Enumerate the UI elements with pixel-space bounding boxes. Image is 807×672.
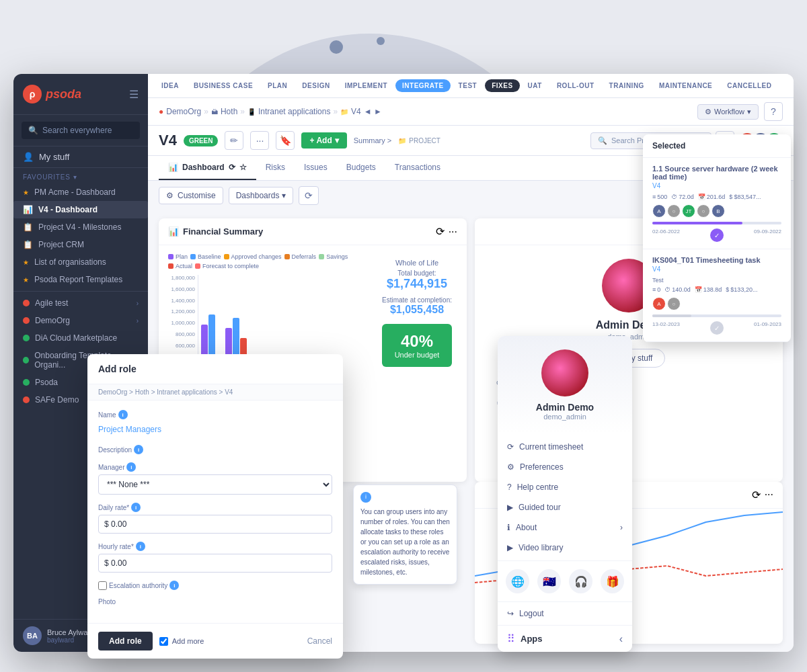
dashboards-button[interactable]: Dashboards ▾ — [229, 187, 294, 204]
tab-dashboard[interactable]: 📊 Dashboard ⟳ ☆ — [159, 156, 256, 180]
clock-icon: ⏱ — [671, 194, 677, 200]
sidebar-item-demoorg[interactable]: DemoOrg › — [13, 312, 148, 329]
add-more-checkbox[interactable] — [159, 637, 168, 646]
logout-icon: ↪ — [507, 609, 514, 618]
sidebar-item-pm-acme[interactable]: ★ PM Acme - Dashboard — [13, 183, 148, 201]
logout-item[interactable]: ↪ Logout — [498, 601, 632, 625]
flag-icon-btn[interactable]: 🇦🇺 — [537, 569, 561, 593]
chevron-down-icon: ▾ — [282, 191, 286, 200]
help-button[interactable]: ? — [764, 102, 783, 121]
tab-risks[interactable]: Risks — [256, 156, 295, 180]
phase-integrate[interactable]: INTEGRATE — [395, 79, 451, 92]
apps-section[interactable]: ⠿ Apps ‹ — [498, 625, 632, 652]
sidebar-item-report-templates[interactable]: ★ Psoda Report Templates — [13, 271, 148, 288]
phase-cancelled[interactable]: CANCELLED — [720, 79, 778, 92]
phase-plan[interactable]: PLAN — [261, 79, 294, 92]
mini-avatar-4: ○ — [697, 204, 710, 218]
sidebar-item-organisations[interactable]: ★ List of organisations — [13, 253, 148, 271]
tab-issues[interactable]: Issues — [295, 156, 337, 180]
sidebar-nav-items: ★ PM Acme - Dashboard 📊 V4 - Dashboard 📋… — [13, 183, 148, 288]
sidebar-item-project-v4[interactable]: 📋 Project V4 - Milestones — [13, 218, 148, 236]
workflow-button[interactable]: ⚙ Workflow ▾ — [697, 104, 759, 120]
org-dot — [23, 396, 30, 403]
summary-link[interactable]: Summary > — [354, 136, 392, 144]
headphone-icon-btn[interactable]: 🎧 — [569, 569, 592, 593]
org-dot — [23, 357, 29, 364]
phase-test[interactable]: TEST — [452, 79, 484, 92]
daily-rate-input[interactable] — [98, 515, 332, 534]
selected-item-tag-2: V4 — [652, 265, 781, 273]
menu-about[interactable]: ℹ About › — [498, 517, 632, 538]
search-icon: 🔍 — [598, 136, 607, 145]
menu-video-library[interactable]: ▶ Video library — [498, 538, 632, 558]
search-everywhere[interactable]: 🔍 Search everywhere — [22, 122, 140, 139]
gift-icon-btn[interactable]: 🎁 — [601, 569, 624, 593]
manager-select[interactable]: *** None *** — [98, 474, 332, 495]
chevron-right-icon: ‹ — [619, 633, 623, 645]
customise-button[interactable]: ⚙ Customise — [159, 187, 223, 204]
more-icon[interactable]: ··· — [765, 489, 773, 501]
phase-business-case[interactable]: BUSINESS CASE — [187, 79, 260, 92]
sidebar-item-v4-dashboard[interactable]: 📊 V4 - Dashboard — [13, 201, 148, 218]
apps-label: Apps — [521, 634, 543, 644]
total-budget-label: Total budget: — [382, 269, 452, 277]
sync-icon[interactable]: ⟳ — [752, 489, 761, 501]
sidebar-item-label: Project V4 - Milestones — [38, 222, 121, 232]
info-icon: i — [360, 492, 371, 503]
clock-icon: ⏱ — [664, 286, 670, 293]
checkmark-2: ✓ — [710, 321, 724, 335]
menu-help-centre[interactable]: ? Help centre — [498, 477, 632, 497]
total-budget-value: $1,744,915 — [382, 277, 452, 291]
menu-current-timesheet[interactable]: ⟳ Current timesheet — [498, 437, 632, 457]
breadcrumb-demoorg[interactable]: DemoOrg — [166, 107, 201, 116]
add-role-submit-button[interactable]: Add role — [98, 632, 153, 650]
modal-breadcrumb: DemoOrg > Hoth > Intranet applications >… — [87, 384, 343, 401]
cancel-button[interactable]: Cancel — [307, 636, 332, 646]
tab-budgets[interactable]: Budgets — [337, 156, 385, 180]
org-icon: ● — [159, 107, 163, 116]
mini-avatar-1: A — [652, 204, 666, 218]
sidebar-item-project-crm[interactable]: 📋 Project CRM — [13, 236, 148, 253]
money-icon: $ — [726, 286, 729, 293]
hourly-rate-input[interactable] — [98, 554, 332, 573]
phase-idea[interactable]: IDEA — [155, 79, 186, 92]
globe-icon-btn[interactable]: 🌐 — [506, 569, 529, 593]
escalation-checkbox[interactable] — [98, 581, 107, 590]
more-button[interactable]: ··· — [250, 131, 269, 150]
phase-maintenance[interactable]: MAINTENANCE — [652, 79, 719, 92]
status-badge: GREEN — [184, 135, 219, 146]
phase-uat[interactable]: UAT — [521, 79, 549, 92]
breadcrumb-intranet[interactable]: Intranet applications — [258, 107, 330, 116]
bookmark-button[interactable]: 🔖 — [276, 131, 295, 150]
phase-rollout[interactable]: ROLL-OUT — [550, 79, 601, 92]
refresh-button[interactable]: ⟳ — [299, 186, 319, 205]
dash-icon: 📋 — [23, 240, 33, 249]
sync-icon[interactable]: ⟳ — [436, 225, 445, 238]
breadcrumb-hoth[interactable]: Hoth — [221, 107, 237, 116]
whole-of-life: Whole of Life — [382, 259, 452, 267]
dash-icon: 📋 — [23, 222, 33, 232]
video-icon: ▶ — [507, 543, 513, 552]
add-button[interactable]: + Add ▾ — [301, 132, 346, 149]
chevron-right-icon: › — [137, 300, 139, 307]
edit-button[interactable]: ✏ — [225, 131, 243, 150]
tab-transactions[interactable]: Transactions — [385, 156, 450, 180]
breadcrumb: ● DemoOrg » 🏔 Hoth » 📱 Intranet applicat… — [159, 107, 382, 116]
hamburger-icon[interactable]: ☰ — [129, 88, 139, 101]
sidebar-item-dia[interactable]: DiA Cloud Marketplace — [13, 329, 148, 347]
phase-fixes[interactable]: FIXES — [485, 79, 519, 92]
sidebar-item-agile-test[interactable]: Agile test › — [13, 294, 148, 312]
menu-guided-tour[interactable]: ▶ Guided tour — [498, 497, 632, 517]
my-stuff[interactable]: 👤 My stuff — [13, 146, 148, 168]
tour-icon: ▶ — [507, 503, 513, 512]
user-menu-avatar-img — [541, 349, 588, 396]
about-icon: ℹ — [507, 523, 510, 532]
phase-design[interactable]: DESIGN — [295, 79, 336, 92]
more-icon[interactable]: ··· — [449, 226, 457, 238]
estimate-label: Estimate at completion: — [382, 296, 452, 304]
breadcrumb-v4[interactable]: V4 — [351, 107, 361, 116]
phase-implement[interactable]: IMPLEMENT — [338, 79, 394, 92]
phase-training[interactable]: TRAINING — [603, 79, 651, 92]
menu-preferences[interactable]: ⚙ Preferences — [498, 457, 632, 477]
mini-avatar-2: ○ — [667, 204, 681, 218]
